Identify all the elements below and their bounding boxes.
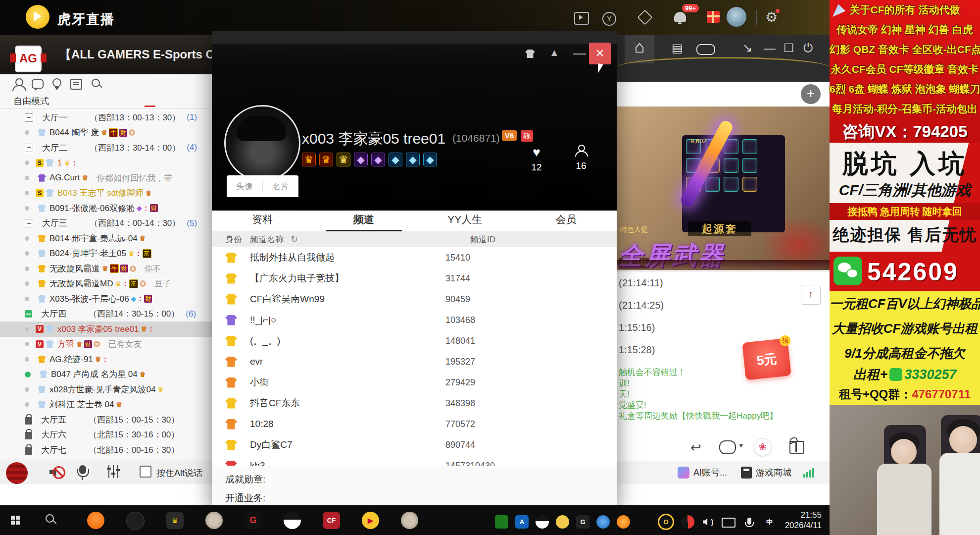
taskbar-app-icon[interactable] xyxy=(284,512,301,529)
popup-tab[interactable]: 资料 xyxy=(212,211,313,230)
mode-label[interactable]: 自由模式 xyxy=(13,95,49,107)
group-icon[interactable] xyxy=(25,417,32,425)
search-icon[interactable] xyxy=(91,78,103,90)
minimize-icon[interactable]: — xyxy=(764,41,776,55)
table-row[interactable]: 小街 279429 xyxy=(212,372,617,393)
location-icon[interactable] xyxy=(51,78,63,90)
tree-row[interactable]: V x003 李家豪05 tree01 ♛: xyxy=(0,321,213,337)
tree-row[interactable]: 大厅六 （北部15：30-16：00） xyxy=(0,428,213,443)
tree-row[interactable]: 大厅四 （西部14：30-15：00） (6) xyxy=(0,307,213,322)
gift-box-icon[interactable] xyxy=(707,11,720,23)
tree-row[interactable]: 大厅五 （西部15：00-15：30） xyxy=(0,412,213,428)
tree-row[interactable]: S B043 王志平 sdt修脚师 ♛ xyxy=(0,186,213,201)
rose-icon[interactable]: ❀ xyxy=(754,438,772,456)
power-icon[interactable]: ⏻ xyxy=(803,41,813,55)
game-mall-icon[interactable] xyxy=(741,467,752,479)
gamepad-icon[interactable] xyxy=(696,44,715,55)
tree-row[interactable]: B044 陶华 废 ♛牛财 xyxy=(0,125,213,141)
member-icon[interactable] xyxy=(12,78,24,90)
popup-tab[interactable]: YY人生 xyxy=(414,211,516,230)
popup-tab[interactable]: 会员 xyxy=(516,211,617,230)
zoom-plus-button[interactable]: + xyxy=(801,84,821,104)
list-view-icon[interactable]: ▤ xyxy=(672,41,683,55)
tray-icon[interactable] xyxy=(536,515,549,529)
fans-counter[interactable]: 16 xyxy=(566,145,596,171)
group-icon[interactable] xyxy=(25,432,32,439)
theater-mode-icon[interactable] xyxy=(574,12,589,25)
tray-icon[interactable]: O xyxy=(658,514,674,530)
taskbar-clock[interactable]: 21:55 2026/4/11 xyxy=(766,510,822,531)
profile-avatar[interactable] xyxy=(224,105,300,181)
taskbar-search-icon[interactable] xyxy=(46,514,54,523)
group-icon[interactable] xyxy=(25,144,33,152)
ai-account-label[interactable]: AI账号... xyxy=(693,467,727,479)
likes-counter[interactable]: ♥ 12 xyxy=(522,145,551,173)
group-icon[interactable] xyxy=(25,447,32,455)
table-row[interactable]: !!_|⌐|○ 103468 xyxy=(212,310,617,330)
popout-icon[interactable]: ↘ xyxy=(742,41,752,55)
tree-row[interactable]: B014-邢宇童-秦志远-04 ♛ xyxy=(0,231,213,246)
tree-row[interactable]: B024-贾坤宇-老王05 ♛:富 xyxy=(0,246,213,262)
reply-icon[interactable]: ↩ xyxy=(690,440,701,455)
table-row[interactable]: 抵制外挂从自我做起 15410 xyxy=(212,247,617,268)
game-mall-label[interactable]: 游戏商城 xyxy=(756,467,791,479)
tray-icon[interactable] xyxy=(681,515,694,529)
taskbar-app-icon[interactable] xyxy=(205,512,223,529)
app-logo-icon[interactable] xyxy=(6,462,28,484)
tree-row[interactable]: 无敌旋风霸道MD ♛:富 豆子 xyxy=(0,276,213,292)
ai-account-icon[interactable] xyxy=(678,467,689,479)
tree-row[interactable]: S 1 ♛: xyxy=(0,156,213,171)
tree-row[interactable]: x028方世豪-见手青定风波04 ♛ xyxy=(0,382,213,397)
tag-icon[interactable] xyxy=(637,9,652,25)
tree-row[interactable]: B047 卢尚成 名为星 04 ♛ xyxy=(0,367,213,382)
group-icon[interactable] xyxy=(25,113,33,122)
taskbar-app-icon[interactable]: CF xyxy=(323,512,340,529)
dressup-icon[interactable] xyxy=(525,50,535,58)
microphone-icon[interactable] xyxy=(79,465,86,474)
gear-icon[interactable]: ⚙ xyxy=(765,9,778,25)
refresh-icon[interactable]: ↻ xyxy=(291,234,298,245)
user-avatar[interactable] xyxy=(727,7,746,27)
popup-tab[interactable]: 频道 xyxy=(313,211,415,230)
tree-row[interactable]: 大厅二 （西部13：30-14：00） (4) xyxy=(0,140,213,156)
avatar-tab[interactable]: 头像 xyxy=(227,181,263,192)
notice-icon[interactable] xyxy=(70,78,82,90)
group-icon[interactable] xyxy=(25,219,33,227)
mixer-icon[interactable] xyxy=(107,465,120,478)
table-row[interactable]: (。_。) 148041 xyxy=(212,330,617,351)
scroll-top-button[interactable]: ↑ xyxy=(801,285,821,305)
taskbar-app-icon[interactable]: G xyxy=(245,512,262,529)
table-row[interactable]: 10:28 770572 xyxy=(212,414,617,434)
tray-icon[interactable] xyxy=(495,515,508,529)
group-icon[interactable] xyxy=(25,310,32,318)
tree-row[interactable]: X035-张波-千层心-06 ◆:财 xyxy=(0,291,213,307)
namecard-tab[interactable]: 名片 xyxy=(263,181,298,192)
taskbar-app-icon[interactable] xyxy=(126,512,145,530)
tray-icon[interactable] xyxy=(596,515,610,529)
popup-close-button[interactable]: × xyxy=(589,43,611,64)
report-icon[interactable]: ▲ xyxy=(549,47,559,58)
tree-row[interactable]: 大厅一 （西部13：00-13：30） (1) xyxy=(0,110,213,125)
tree-row[interactable]: AG.绝迹-91 ♛: xyxy=(0,352,213,367)
tree-row[interactable]: V 方羽 ♛财 已有女友 xyxy=(0,337,213,352)
table-row[interactable]: Dy白鲨C7 890744 xyxy=(212,434,617,455)
table-row[interactable]: evr 195327 xyxy=(212,351,617,372)
tray-icon[interactable]: A xyxy=(515,515,529,529)
tree-row[interactable]: 无敌旋风霸道 ♛牛财 你不 xyxy=(0,261,213,276)
taskbar-app-icon[interactable]: ▶ xyxy=(362,512,379,529)
chat-icon[interactable] xyxy=(32,78,44,90)
table-row[interactable]: CF白鲨吴南Wn99 90459 xyxy=(212,289,617,310)
stream-video[interactable]: 9,602 特色大促 挑战下战 起源套 全屏武器 xyxy=(616,107,830,270)
taskbar-app-icon[interactable]: ♛ xyxy=(166,512,184,529)
bell-icon[interactable] xyxy=(674,12,686,22)
tray-icon[interactable]: G xyxy=(576,515,589,529)
tray-icon[interactable] xyxy=(722,518,735,528)
tray-icon[interactable] xyxy=(701,515,715,529)
start-button[interactable] xyxy=(11,516,15,520)
coin-icon[interactable]: ¥ xyxy=(602,12,616,26)
tree-row[interactable]: 大厅七 （北部16：00-16：30） xyxy=(0,442,213,458)
home-icon[interactable]: ⌂ xyxy=(625,31,654,63)
taskbar-app-icon[interactable] xyxy=(401,512,418,529)
table-row[interactable]: 抖音CF东东 348398 xyxy=(212,393,617,414)
tree-row[interactable]: 大厅三 （西部14：00-14：30） (5) xyxy=(0,216,213,231)
